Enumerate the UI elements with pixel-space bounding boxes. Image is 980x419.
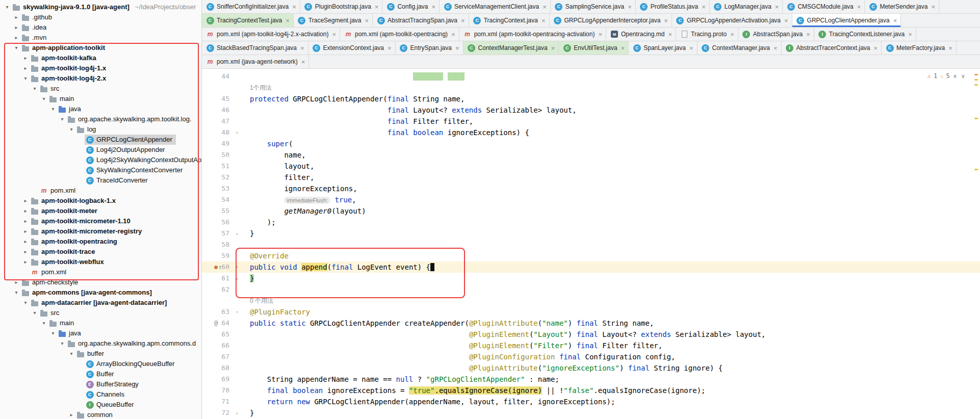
tree-item[interactable]: CArrayBlockingQueueBuffer [0, 359, 201, 369]
editor-tab[interactable]: CAbstractTracingSpan.java× [373, 14, 469, 27]
editor-tab[interactable]: CTracingContextTest.java× [202, 14, 294, 27]
chevron-right-icon[interactable]: ▸ [21, 247, 30, 257]
stripe-mark-error[interactable] [974, 74, 978, 75]
tab-close-icon[interactable]: × [689, 44, 693, 52]
tab-close-icon[interactable]: × [857, 3, 861, 11]
editor-tab[interactable]: IAbstractSpan.java× [738, 28, 814, 41]
tab-close-icon[interactable]: × [598, 31, 602, 38]
tab-close-icon[interactable]: × [806, 31, 810, 38]
tree-item[interactable]: ▾skywalking-java-9.1.0 [java-agent]~/Ide… [0, 2, 201, 12]
chevron-down-icon[interactable]: ▾ [58, 338, 66, 349]
editor-tab[interactable]: CSnifferConfigInitializer.java× [202, 0, 300, 13]
editor-tab[interactable]: CGRPCLogAppenderInterceptor.java× [550, 14, 672, 27]
editor-tab[interactable]: mpom.xml (apm-toolkit-opentracing-activa… [459, 28, 606, 41]
editor-tab[interactable]: ITracingContextListener.java× [814, 28, 916, 41]
tab-close-icon[interactable]: × [784, 17, 788, 24]
chevron-right-icon[interactable]: ▸ [12, 33, 20, 43]
editor-tab[interactable]: mpom.xml (java-agent-network)× [202, 55, 309, 68]
tree-item[interactable]: CSkyWalkingContextConverter [0, 165, 201, 175]
editor-tab[interactable]: CStackBasedTracingSpan.java× [202, 41, 308, 55]
chevron-right-icon[interactable]: ▸ [67, 410, 75, 419]
editor-tab[interactable]: IAbstractTracerContext.java× [782, 41, 882, 55]
tab-close-icon[interactable]: × [621, 44, 625, 52]
editor-tab[interactable]: mpom.xml (apm-toolkit-log4j-2.x-activati… [202, 28, 340, 41]
chevron-down-icon[interactable]: ▾ [67, 124, 75, 135]
chevron-down-icon[interactable]: ▾ [67, 349, 75, 359]
tab-close-icon[interactable]: × [461, 17, 465, 24]
chevron-right-icon[interactable]: ▸ [21, 53, 30, 63]
tree-item[interactable]: ▸apm-toolkit-webflux [0, 257, 201, 267]
editor-tab[interactable]: CSpanLayer.java× [629, 41, 697, 55]
tree-item[interactable]: ▾main [0, 318, 201, 328]
chevron-right-icon[interactable]: ▸ [12, 12, 20, 22]
tab-close-icon[interactable]: × [664, 17, 668, 24]
tab-close-icon[interactable]: × [292, 3, 296, 11]
stripe-mark-warning[interactable] [974, 169, 978, 170]
tree-item[interactable]: ▸.idea [0, 22, 201, 33]
tab-close-icon[interactable]: × [908, 31, 912, 38]
tree-item[interactable]: ▾apm-datacarrier [java-agent-datacarrier… [0, 298, 201, 308]
chevron-right-icon[interactable]: ▸ [21, 257, 30, 267]
chevron-down-icon[interactable]: ▾ [40, 318, 48, 328]
overrides-gutter-icon[interactable]: ↑ [214, 261, 225, 273]
chevron-down-icon[interactable]: ▾ [12, 287, 20, 298]
editor-tab[interactable]: CGRPCLogClientAppender.java× [792, 14, 901, 27]
chevron-down-icon[interactable]: ▾ [21, 73, 30, 84]
chevron-right-icon[interactable]: ▸ [21, 226, 30, 237]
chevron-down-icon[interactable]: ▾ [49, 104, 57, 114]
tree-item[interactable]: ▾log [0, 124, 201, 135]
chevron-down-icon[interactable]: ▾ [58, 114, 66, 124]
tree-item[interactable]: ▸common [0, 410, 201, 419]
tree-item[interactable]: ▸.mvn [0, 33, 201, 43]
tree-item[interactable]: mpom.xml [0, 267, 201, 277]
fold-marker-icon[interactable]: ▾ [231, 306, 243, 318]
tab-close-icon[interactable]: × [873, 44, 878, 52]
tree-item[interactable]: ▸apm-toolkit-meter [0, 206, 201, 216]
chevron-down-icon[interactable]: ▾ [49, 328, 57, 338]
fold-marker-icon[interactable]: ▴ [231, 407, 243, 418]
tree-item[interactable]: CLog4j2OutputAppender [0, 145, 201, 155]
tab-close-icon[interactable]: × [541, 17, 546, 24]
tree-item[interactable]: ▸apm-toolkit-opentracing [0, 237, 201, 247]
editor-tab[interactable]: CContextManager.java× [698, 41, 782, 55]
tab-close-icon[interactable]: × [893, 17, 897, 24]
tab-close-icon[interactable]: × [375, 3, 379, 11]
tab-close-icon[interactable]: × [332, 31, 336, 38]
tab-close-icon[interactable]: × [365, 17, 369, 24]
tree-item[interactable]: ▸apm-toolkit-micrometer-registry [0, 226, 201, 237]
fold-marker-icon[interactable]: ▴ [231, 273, 243, 284]
tree-item[interactable]: ▾src [0, 84, 201, 94]
tree-item[interactable]: ▾apm-application-toolkit [0, 43, 201, 53]
tree-item[interactable]: ▸apm-checkstyle [0, 277, 201, 287]
tree-item[interactable]: ▸apm-toolkit-logback-1.x [0, 196, 201, 206]
chevron-down-icon[interactable]: ▾ [12, 43, 20, 53]
stripe-mark-warning[interactable] [974, 118, 978, 119]
tab-close-icon[interactable]: × [773, 44, 778, 52]
chevron-right-icon[interactable]: ▸ [21, 206, 30, 216]
annotation-gutter-icon[interactable]: @ [214, 318, 225, 329]
tree-item[interactable]: mpom.xml [0, 186, 201, 196]
tab-close-icon[interactable]: × [455, 44, 459, 52]
tree-item[interactable]: CChannels [0, 389, 201, 400]
tree-item[interactable]: ▾org.apache.skywalking.apm.commons.d [0, 338, 201, 349]
editor-tab[interactable]: CGRPCLogAppenderActivation.java× [672, 14, 792, 27]
tree-item[interactable]: ▸apm-toolkit-micrometer-1.10 [0, 216, 201, 226]
editor-tab[interactable]: Tracing.proto× [676, 28, 738, 41]
stripe-mark-warning[interactable] [974, 79, 978, 81]
editor-tab[interactable]: CContextManagerTest.java× [463, 41, 559, 55]
editor-tab[interactable]: CPluginBootstrap.java× [300, 0, 383, 13]
code-editor[interactable]: 44 1个用法45protected GRPCLogClientAppender… [202, 69, 980, 419]
tree-item[interactable]: ▾java [0, 104, 201, 114]
tree-item[interactable]: CGRPCLogClientAppender [0, 135, 201, 145]
chevron-right-icon[interactable]: ▸ [12, 277, 20, 287]
editor-tab[interactable]: MOpentracing.md× [606, 28, 676, 41]
editor-tab[interactable]: CEntrySpan.java× [396, 41, 463, 55]
chevron-down-icon[interactable]: ▾ [31, 308, 39, 318]
tab-close-icon[interactable]: × [301, 58, 305, 66]
tree-item[interactable]: ▸.github [0, 12, 201, 22]
tree-item[interactable]: ▾org.apache.skywalking.apm.toolkit.log. [0, 114, 201, 124]
prev-problem-button[interactable]: ∧ [952, 73, 958, 80]
editor-tab[interactable]: CSamplingService.java× [551, 0, 636, 13]
error-stripe-scrollbar[interactable] [973, 69, 980, 419]
chevron-right-icon[interactable]: ▸ [21, 63, 30, 73]
